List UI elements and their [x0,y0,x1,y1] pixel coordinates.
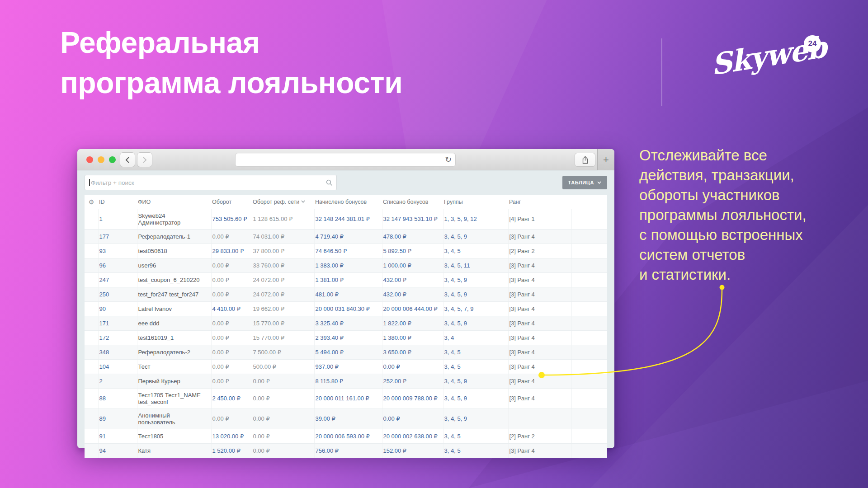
cell-id[interactable]: 91 [98,429,137,443]
cell-id[interactable]: 94 [98,443,137,458]
table-row[interactable]: 96user960.00 ₽33 760.00 ₽1 383.00 ₽1 000… [85,258,607,272]
cell-turnover: 13 020.00 ₽ [211,429,252,443]
cell-turnover: 0.00 ₽ [211,287,252,301]
cell-groups: 3, 4, 5, 11 [443,258,508,272]
cell-rank [508,408,571,429]
column-header-filler [571,195,607,209]
cell-ref-turnover: 0.00 ₽ [252,388,314,408]
cell-gear [85,244,98,258]
cell-gear [85,429,98,443]
new-tab-button[interactable]: + [597,149,614,170]
column-header-name[interactable]: ФИО [137,195,211,209]
cell-ref-turnover: 15 770.00 ₽ [252,316,314,330]
description-text: Отслеживайте все действия, транзакции, о… [639,145,852,285]
cell-filler [571,301,607,316]
search-input[interactable] [85,175,337,190]
cell-rank: [3] Ранг 4 [508,374,571,388]
zoom-button[interactable] [109,156,116,163]
cell-gear [85,287,98,301]
page-title: Реферальная программа лояльности [60,23,402,103]
table-view-button[interactable]: ТАБЛИЦА [562,176,607,189]
table-row[interactable]: 348Рефералодатель-20.00 ₽7 500.00 ₽5 494… [85,345,607,359]
cell-id[interactable]: 2 [98,374,137,388]
minimize-button[interactable] [98,156,104,163]
column-header-rank[interactable]: Ранг [508,195,571,209]
close-button[interactable] [86,156,93,163]
cell-gear [85,301,98,316]
table-row[interactable]: 93test05061829 833.00 ₽37 800.00 ₽74 646… [85,244,607,258]
table-row[interactable]: 171eee ddd0.00 ₽15 770.00 ₽3 325.40 ₽1 8… [85,316,607,330]
cell-id[interactable]: 171 [98,316,137,330]
reload-icon[interactable]: ↻ [445,155,452,164]
table-row[interactable]: 94Катя1 520.00 ₽0.00 ₽756.00 ₽152.00 ₽3,… [85,443,607,458]
cell-rank: [4] Ранг 1 [508,209,571,229]
cell-id[interactable]: 93 [98,244,137,258]
cell-groups: 3, 4, 5, 9 [443,408,508,429]
table-row[interactable]: 88Тест1705 Тест1_NAME test_seconf2 450.0… [85,388,607,408]
cell-accrued: 8 115.80 ₽ [314,374,382,388]
cell-written-off: 252.00 ₽ [382,374,443,388]
cell-groups: 3, 4, 5 [443,359,508,374]
cell-turnover: 0.00 ₽ [211,316,252,330]
forward-button[interactable] [137,152,152,167]
cell-written-off: 20 000 002 638.00 ₽ [382,429,443,443]
cell-written-off: 432.00 ₽ [382,272,443,287]
cell-id[interactable]: 177 [98,229,137,244]
table-row[interactable]: 250test_for247 test_for2470.00 ₽24 072.0… [85,287,607,301]
cell-gear [85,316,98,330]
cell-turnover: 0.00 ₽ [211,374,252,388]
logo-badge: 24 [804,35,821,52]
column-header-id[interactable]: ID [98,195,137,209]
cell-id[interactable]: 1 [98,209,137,229]
table-row[interactable]: 1Skyweb24 Администратор753 505.60 ₽1 128… [85,209,607,229]
page-content: ТАБЛИЦА ⚙ ID ФИО Оборот Оборот реф. сети [77,170,614,448]
cell-written-off: 20 000 006 444.00 ₽ [382,301,443,316]
column-header-groups[interactable]: Группы [443,195,508,209]
cell-id[interactable]: 88 [98,388,137,408]
header-divider [661,38,662,106]
skyweb24-logo: Skyweb 24 [711,39,822,93]
cell-id[interactable]: 104 [98,359,137,374]
address-bar[interactable]: ↻ [235,153,456,167]
cell-turnover: 4 410.00 ₽ [211,301,252,316]
table-row[interactable]: 89Анонимный пользователь0.00 ₽0.00 ₽39.0… [85,408,607,429]
cell-id[interactable]: 172 [98,330,137,345]
column-header-written-off[interactable]: Списано бонусов [382,195,443,209]
table-row[interactable]: 247test_coupon_6_2102200.00 ₽24 072.00 ₽… [85,272,607,287]
table-row[interactable]: 104Тест0.00 ₽500.00 ₽937.00 ₽0.00 ₽3, 4,… [85,359,607,374]
table-row[interactable]: 2Первый Курьер0.00 ₽0.00 ₽8 115.80 ₽252.… [85,374,607,388]
cell-accrued: 20 000 006 593.00 ₽ [314,429,382,443]
cell-id[interactable]: 247 [98,272,137,287]
cell-ref-turnover: 24 072.00 ₽ [252,272,314,287]
share-button[interactable] [575,153,595,167]
cell-rank: [3] Ранг 4 [508,287,571,301]
column-settings[interactable]: ⚙ [85,195,98,209]
cell-ref-turnover: 0.00 ₽ [252,429,314,443]
table-row[interactable]: 172test161019_10.00 ₽15 770.00 ₽2 393.40… [85,330,607,345]
cell-accrued: 74 646.50 ₽ [314,244,382,258]
column-header-turnover[interactable]: Оборот [211,195,252,209]
cell-id[interactable]: 89 [98,408,137,429]
table-row[interactable]: 90Latrel Ivanov4 410.00 ₽19 662.00 ₽20 0… [85,301,607,316]
column-header-accrued[interactable]: Начислено бонусов [314,195,382,209]
cell-groups: 1, 3, 5, 9, 12 [443,209,508,229]
cell-gear [85,345,98,359]
cell-written-off: 5 892.50 ₽ [382,244,443,258]
cell-id[interactable]: 90 [98,301,137,316]
gear-icon[interactable]: ⚙ [89,198,94,206]
column-header-ref-turnover[interactable]: Оборот реф. сети [252,195,314,209]
cell-id[interactable]: 250 [98,287,137,301]
cell-ref-turnover: 74 031.00 ₽ [252,229,314,244]
cell-groups: 3, 4, 5, 9 [443,374,508,388]
cell-accrued: 39.00 ₽ [314,408,382,429]
cell-filler [571,443,607,458]
back-button[interactable] [120,152,135,167]
table-view-label: ТАБЛИЦА [568,180,594,185]
browser-window: ↻ + ТАБЛИЦА [77,149,614,448]
table-row[interactable]: 177Рефералодатель-10.00 ₽74 031.00 ₽4 71… [85,229,607,244]
cell-id[interactable]: 348 [98,345,137,359]
cell-name: Рефералодатель-1 [137,229,211,244]
cell-id[interactable]: 96 [98,258,137,272]
cell-ref-turnover: 1 128 615.00 ₽ [252,209,314,229]
table-row[interactable]: 91Тест180513 020.00 ₽0.00 ₽20 000 006 59… [85,429,607,443]
